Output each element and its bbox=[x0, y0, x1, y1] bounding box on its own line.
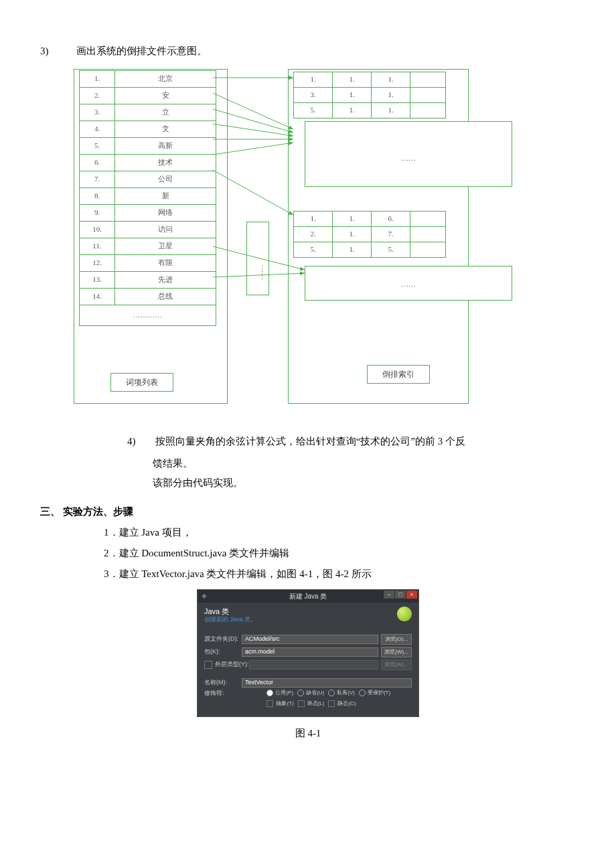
checkbox-static[interactable] bbox=[328, 700, 335, 707]
q4-text-line1: 按照向量夹角的余弦计算公式，给出针对查询“技术的公司”的前 3 个反 bbox=[155, 436, 465, 447]
table-row: 5.高新 bbox=[80, 138, 216, 155]
dialog-title-text: 新建 Java 类 bbox=[289, 593, 327, 600]
enclosing-type-checkbox[interactable] bbox=[204, 661, 212, 669]
figure-caption: 图 4-1 bbox=[40, 722, 576, 745]
term-list-label: 词项列表 bbox=[110, 373, 173, 392]
table-row: 5.1.5. bbox=[294, 242, 446, 258]
dialog-header: Java 类 创建新的 Java 类。 bbox=[198, 603, 418, 629]
maximize-button[interactable]: □ bbox=[395, 591, 406, 599]
package-input[interactable]: acm.model bbox=[242, 647, 378, 657]
middle-ellipsis-box: …… bbox=[246, 222, 269, 295]
modifiers-group: 公用(P) 缺省(U) 私有(V) 受保护(T) 抽象(T) 终态(L) 静态(… bbox=[266, 690, 412, 708]
table-row: 3.立 bbox=[80, 104, 216, 121]
table-row: 8.新 bbox=[80, 188, 216, 205]
dialog-subheading: 创建新的 Java 类。 bbox=[204, 616, 412, 624]
table-row: 5.1.1. bbox=[294, 103, 446, 119]
table-row: 10.访问 bbox=[80, 222, 216, 238]
steps-list: 1．建立 Java 项目， 2．建立 DocumentStruct.java 类… bbox=[104, 522, 576, 585]
new-java-class-dialog: ◈ 新建 Java 类 – □ × Java 类 创建新的 Java 类。 源文… bbox=[197, 589, 419, 717]
enclosing-type-input bbox=[249, 660, 379, 670]
table-row: 7.公司 bbox=[80, 171, 216, 188]
step-2: 2．建立 DocumentStruct.java 类文件并编辑 bbox=[104, 542, 576, 564]
table-row: 13.先进 bbox=[80, 272, 216, 289]
posting-table-top: 1.1.1. 3.1.1. 5.1.1. bbox=[293, 72, 446, 119]
dialog-titlebar: ◈ 新建 Java 类 – □ × bbox=[198, 590, 418, 603]
table-row: 9.网络 bbox=[80, 205, 216, 222]
dialog-body: 源文件夹(D): ACModel/src 浏览(O)... 包(K): acm.… bbox=[198, 629, 418, 716]
package-label: 包(K): bbox=[204, 648, 242, 656]
table-row: 1.北京 bbox=[80, 71, 216, 88]
term-list-table: 1.北京 2.安 3.立 4.文 5.高新 6.技术 7.公司 8.新 9.网络… bbox=[79, 70, 216, 326]
q3-number: 3) bbox=[40, 40, 74, 62]
table-row: 1.1.6. bbox=[294, 212, 446, 227]
table-row: 1.1.1. bbox=[294, 72, 446, 88]
source-folder-label: 源文件夹(D): bbox=[204, 635, 242, 643]
inverted-index-diagram: 1.北京 2.安 3.立 4.文 5.高新 6.技术 7.公司 8.新 9.网络… bbox=[74, 69, 542, 404]
table-row-ellipsis: ………… bbox=[80, 305, 216, 326]
name-input[interactable]: TextVector bbox=[242, 678, 412, 688]
table-row: 11.卫星 bbox=[80, 238, 216, 255]
posting-ellipsis-large: …… bbox=[305, 121, 512, 187]
radio-public[interactable] bbox=[266, 690, 273, 696]
browse-button-2[interactable]: 浏览(W)... bbox=[381, 647, 412, 657]
modifiers-label: 修饰符: bbox=[204, 690, 229, 698]
table-row: 2.安 bbox=[80, 88, 216, 104]
posting-ellipsis-small: …… bbox=[305, 266, 512, 301]
radio-private[interactable] bbox=[328, 690, 335, 696]
source-folder-input[interactable]: ACModel/src bbox=[242, 635, 378, 644]
table-row: 4.文 bbox=[80, 121, 216, 138]
table-row: 6.技术 bbox=[80, 155, 216, 171]
table-row: 12.有限 bbox=[80, 255, 216, 272]
class-icon bbox=[397, 607, 412, 621]
inverted-index-label: 倒排索引 bbox=[367, 365, 430, 384]
question-3: 3) 画出系统的倒排文件示意图。 bbox=[40, 40, 576, 62]
browse-button-3: 浏览(W)... bbox=[381, 659, 412, 670]
table-row: 3.1.1. bbox=[294, 88, 446, 103]
window-menu-icon: ◈ bbox=[202, 591, 207, 600]
q4-text-line3: 该部分由代码实现。 bbox=[153, 472, 576, 494]
question-4: 4) 按照向量夹角的余弦计算公式，给出针对查询“技术的公司”的前 3 个反 bbox=[127, 431, 576, 453]
checkbox-final[interactable] bbox=[298, 700, 305, 707]
enclosing-type-label: 外层类型(Y): bbox=[215, 661, 249, 669]
close-button[interactable]: × bbox=[406, 591, 417, 599]
dialog-heading: Java 类 bbox=[204, 607, 412, 616]
posting-table-mid: 1.1.6. 2.1.7. 5.1.5. bbox=[293, 211, 446, 258]
section-3-heading: 三、 实验方法、步骤 bbox=[40, 501, 576, 523]
q3-text: 画出系统的倒排文件示意图。 bbox=[76, 46, 207, 56]
table-row: 14.总线 bbox=[80, 289, 216, 305]
radio-protected[interactable] bbox=[359, 690, 366, 696]
browse-button-1[interactable]: 浏览(O)... bbox=[381, 634, 412, 645]
checkbox-abstract[interactable] bbox=[266, 700, 273, 707]
table-row: 2.1.7. bbox=[294, 227, 446, 242]
minimize-button[interactable]: – bbox=[384, 591, 394, 599]
step-3: 3．建立 TextVector.java 类文件并编辑，如图 4-1，图 4-2… bbox=[104, 563, 576, 585]
step-1: 1．建立 Java 项目， bbox=[104, 522, 576, 544]
radio-default[interactable] bbox=[297, 690, 304, 696]
name-label: 名称(M): bbox=[204, 679, 242, 687]
q4-number: 4) bbox=[127, 431, 153, 453]
